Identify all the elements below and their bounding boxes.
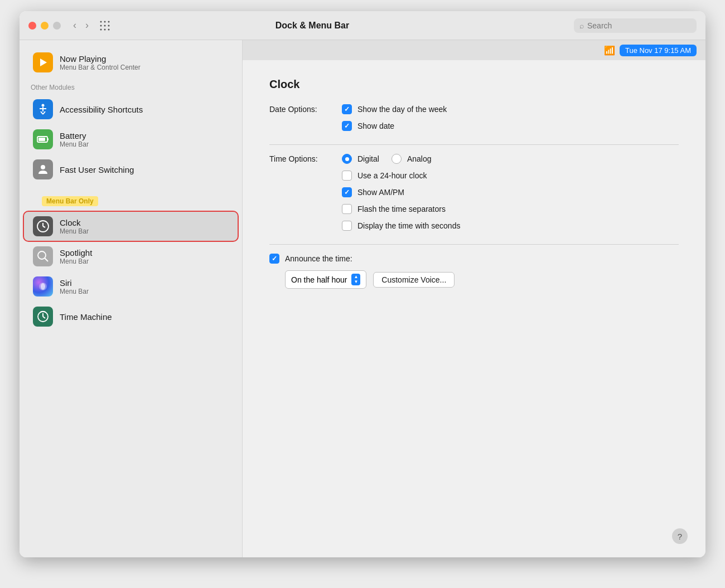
- sidebar-item-accessibility[interactable]: Accessibility Shortcuts: [24, 95, 238, 124]
- sidebar-item-time-machine[interactable]: Time Machine: [24, 302, 238, 331]
- date-options-group: Date Options: Show the day of the week S…: [269, 104, 679, 131]
- analog-radio[interactable]: [392, 154, 402, 164]
- siri-text: Siri Menu Bar: [60, 278, 89, 295]
- siri-icon: [33, 276, 53, 297]
- announce-frequency-dropdown[interactable]: On the half hour ▲ ▼: [285, 270, 366, 289]
- sidebar-item-clock[interactable]: Clock Menu Bar: [24, 212, 238, 241]
- clock-text: Clock Menu Bar: [60, 218, 89, 235]
- show-date-label: Show date: [357, 122, 394, 130]
- detail-body: Clock Date Options: Show the day of the …: [243, 60, 705, 557]
- detail-panel: 📶 Tue Nov 17 9:15 AM Clock Date Options:…: [243, 40, 705, 557]
- sidebar-item-now-playing[interactable]: Now Playing Menu Bar & Control Center: [24, 48, 238, 77]
- spotlight-title: Spotlight: [60, 248, 92, 257]
- digital-label: Digital: [357, 154, 379, 163]
- time-options-label: Time Options:: [269, 154, 336, 163]
- close-button[interactable]: [28, 22, 36, 30]
- use-24-hour-row: Use a 24-hour clock: [342, 171, 679, 181]
- sidebar-item-fast-user[interactable]: Fast User Switching: [24, 155, 238, 184]
- battery-icon: [33, 129, 53, 149]
- search-box: ⌕: [574, 18, 697, 33]
- svg-rect-16: [47, 138, 49, 140]
- maximize-button[interactable]: [53, 22, 61, 30]
- now-playing-icon: [33, 52, 53, 72]
- other-modules-label: Other Modules: [20, 78, 242, 94]
- show-day-of-week-checkbox[interactable]: [342, 104, 352, 114]
- sidebar-item-spotlight[interactable]: Spotlight Menu Bar: [24, 242, 238, 271]
- time-machine-icon: [33, 307, 53, 327]
- clock-section-title: Clock: [269, 78, 679, 91]
- svg-point-6: [100, 28, 102, 30]
- date-options-label: Date Options:: [269, 105, 336, 114]
- siri-title: Siri: [60, 278, 89, 288]
- svg-point-5: [108, 25, 110, 26]
- clock-icon: [33, 216, 53, 236]
- svg-point-4: [104, 25, 106, 26]
- now-playing-subtitle: Menu Bar & Control Center: [60, 64, 141, 71]
- announce-group: Announce the time: On the half hour ▲ ▼ …: [269, 254, 679, 289]
- sidebar-item-battery[interactable]: Battery Menu Bar: [24, 125, 238, 154]
- nav-buttons: ‹ ›: [70, 18, 92, 32]
- display-seconds-row: Display the time with seconds: [342, 221, 679, 231]
- announce-row: Announce the time:: [269, 254, 679, 264]
- now-playing-text: Now Playing Menu Bar & Control Center: [60, 54, 141, 71]
- sidebar: Now Playing Menu Bar & Control Center Ot…: [20, 40, 243, 557]
- time-machine-title: Time Machine: [60, 312, 112, 322]
- svg-rect-17: [38, 138, 45, 141]
- announce-time-checkbox[interactable]: [269, 254, 279, 264]
- svg-line-23: [45, 258, 48, 261]
- accessibility-title: Accessibility Shortcuts: [60, 105, 143, 114]
- svg-line-21: [43, 226, 45, 227]
- svg-point-1: [104, 21, 106, 22]
- battery-text: Battery Menu Bar: [60, 131, 89, 148]
- svg-marker-9: [40, 59, 47, 66]
- menu-bar-only-badge: Menu Bar Only: [42, 196, 98, 206]
- show-date-checkbox[interactable]: [342, 121, 352, 131]
- spotlight-subtitle: Menu Bar: [60, 257, 92, 265]
- divider-1: [269, 144, 679, 145]
- forward-button[interactable]: ›: [82, 18, 92, 32]
- display-seconds-label: Display the time with seconds: [357, 221, 460, 230]
- detail-topbar: 📶 Tue Nov 17 9:15 AM: [243, 40, 705, 60]
- datetime-badge: Tue Nov 17 9:15 AM: [620, 45, 697, 56]
- display-seconds-checkbox[interactable]: [342, 221, 352, 231]
- fast-user-icon: [33, 159, 53, 179]
- digital-radio[interactable]: [342, 154, 352, 164]
- help-button[interactable]: ?: [672, 528, 688, 544]
- battery-subtitle: Menu Bar: [60, 140, 89, 148]
- search-input[interactable]: [587, 21, 691, 30]
- window-title: Dock & Menu Bar: [118, 21, 507, 31]
- svg-point-7: [104, 28, 106, 30]
- search-icon: ⌕: [579, 21, 584, 30]
- window-controls: [28, 22, 61, 30]
- dropdown-arrows-icon: ▲ ▼: [351, 274, 360, 285]
- time-machine-text: Time Machine: [60, 312, 112, 322]
- svg-point-10: [42, 104, 45, 107]
- svg-point-22: [38, 251, 46, 259]
- svg-point-0: [100, 21, 102, 22]
- sidebar-item-siri[interactable]: Siri Menu Bar: [24, 272, 238, 301]
- svg-line-14: [43, 111, 45, 114]
- siri-subtitle: Menu Bar: [60, 288, 89, 295]
- divider-2: [269, 244, 679, 245]
- svg-point-18: [41, 165, 45, 169]
- back-button[interactable]: ‹: [70, 18, 80, 32]
- date-options-header-row: Date Options: Show the day of the week: [269, 104, 679, 114]
- svg-point-2: [108, 21, 110, 22]
- flash-separators-checkbox[interactable]: [342, 204, 352, 214]
- analog-label: Analog: [407, 154, 432, 163]
- minimize-button[interactable]: [41, 22, 49, 30]
- wifi-icon: 📶: [604, 45, 615, 56]
- chevron-down-icon: ▼: [354, 280, 358, 284]
- svg-point-25: [41, 283, 45, 290]
- show-day-of-week-label: Show the day of the week: [357, 105, 447, 114]
- use-24-hour-checkbox[interactable]: [342, 171, 352, 181]
- announce-controls: On the half hour ▲ ▼ Customize Voice...: [285, 270, 679, 289]
- customize-voice-button[interactable]: Customize Voice...: [373, 272, 455, 288]
- announce-time-label: Announce the time:: [285, 254, 352, 263]
- show-am-pm-checkbox[interactable]: [342, 187, 352, 197]
- announce-frequency-value: On the half hour: [291, 275, 347, 284]
- svg-point-8: [108, 28, 110, 30]
- now-playing-title: Now Playing: [60, 54, 141, 64]
- show-am-pm-row: Show AM/PM: [342, 187, 679, 197]
- flash-separators-row: Flash the time separators: [342, 204, 679, 214]
